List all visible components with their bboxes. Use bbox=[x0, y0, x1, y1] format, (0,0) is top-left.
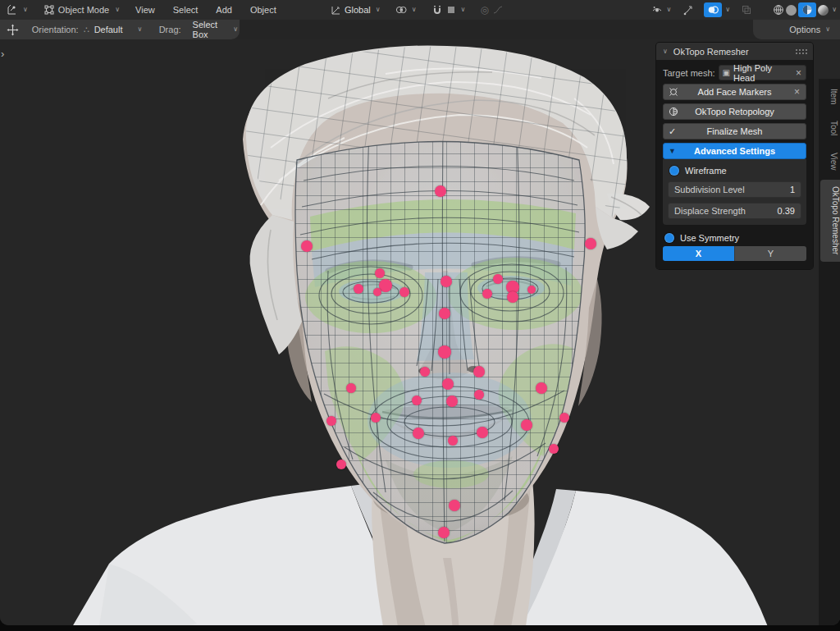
displace-strength-label: Displace Strength bbox=[674, 206, 746, 216]
check-icon: ✓ bbox=[669, 126, 676, 137]
shading-chevron-icon[interactable]: ∨ bbox=[830, 7, 838, 13]
finalize-mesh-button[interactable]: ✓ Finalize Mesh bbox=[663, 123, 806, 139]
menu-add[interactable]: Add bbox=[208, 5, 240, 15]
orientation-setting-dropdown[interactable]: Default bbox=[94, 25, 123, 34]
orientation-chevron-icon[interactable]: ∨ bbox=[374, 7, 382, 13]
tab-view[interactable]: View bbox=[820, 146, 838, 177]
expand-triangle-icon: ▼ bbox=[669, 147, 676, 155]
target-mesh-clear-icon[interactable]: × bbox=[795, 68, 802, 78]
panel-grip-icon[interactable] bbox=[795, 48, 808, 55]
face-markers-icon bbox=[669, 87, 678, 97]
oktopo-retopology-label: OkTopo Retopology bbox=[695, 107, 774, 117]
falloff-curve-icon[interactable] bbox=[492, 4, 504, 16]
move-tool-icon[interactable] bbox=[7, 24, 18, 35]
use-symmetry-row[interactable]: Use Symmetry bbox=[664, 233, 806, 243]
tab-item[interactable]: Item bbox=[820, 82, 838, 111]
shading-rendered-icon[interactable] bbox=[818, 5, 829, 16]
target-mesh-field[interactable]: ▣ High Poly Head × bbox=[719, 65, 806, 80]
advanced-settings-button[interactable]: ▼ Advanced Settings bbox=[663, 143, 806, 159]
object-mode-icon bbox=[44, 5, 54, 15]
show-gizmo-icon[interactable] bbox=[682, 4, 694, 16]
subdivision-level-field[interactable]: Subdivision Level 1 bbox=[668, 181, 801, 198]
drag-dropdown[interactable]: Select Box bbox=[193, 20, 227, 39]
snap-magnet-icon[interactable] bbox=[431, 4, 443, 16]
wireframe-checkbox-row[interactable]: Wireframe bbox=[669, 166, 801, 176]
subdivision-level-value: 1 bbox=[790, 185, 795, 194]
panel-header[interactable]: ∨ OkTopo Remesher bbox=[656, 43, 813, 60]
mesh-data-icon: ▣ bbox=[723, 68, 730, 77]
retopology-icon bbox=[669, 107, 678, 117]
symmetry-axis-buttons: X Y bbox=[663, 246, 806, 261]
xray-toggle-icon[interactable] bbox=[742, 5, 751, 15]
oktopo-remesher-panel: ∨ OkTopo Remesher Target mesh: ▣ High Po… bbox=[656, 43, 813, 269]
target-mesh-label: Target mesh: bbox=[663, 68, 715, 78]
tab-oktopo-remesher[interactable]: OkTopo Remesher bbox=[820, 180, 840, 261]
viewport-3d[interactable]: › bbox=[0, 39, 840, 625]
tool-settings-left: Orientation: ∴ Default ∨ Drag: Select Bo… bbox=[0, 20, 240, 39]
orientation-setting-chevron-icon[interactable]: ∨ bbox=[135, 26, 144, 33]
drag-chevron-icon[interactable]: ∨ bbox=[231, 26, 240, 33]
orientation-setting-label: Orientation: bbox=[32, 25, 79, 34]
orientation-global-dropdown[interactable]: Global bbox=[345, 5, 371, 15]
add-face-markers-clear-icon[interactable]: × bbox=[793, 87, 801, 97]
transform-orientation-icon bbox=[330, 4, 341, 16]
options-label: Options bbox=[789, 25, 820, 34]
blender-window: ∨ Object Mode ∨ View Select Add Object G… bbox=[0, 0, 840, 631]
subdivision-level-label: Subdivision Level bbox=[674, 185, 745, 194]
oktopo-retopology-button[interactable]: OkTopo Retopology bbox=[663, 103, 806, 120]
toolbar-expand-arrow-icon[interactable]: › bbox=[1, 48, 4, 60]
orientation-dots-icon: ∴ bbox=[84, 25, 89, 35]
proportional-editing-icon[interactable]: ◎ bbox=[480, 4, 488, 16]
mode-chevron-icon: ∨ bbox=[113, 7, 121, 13]
add-face-markers-button[interactable]: Add Face Markers × bbox=[663, 84, 806, 100]
use-symmetry-label: Use Symmetry bbox=[680, 233, 739, 243]
menu-object[interactable]: Object bbox=[243, 5, 284, 15]
shading-solid-icon[interactable] bbox=[786, 5, 797, 16]
displace-strength-value: 0.39 bbox=[778, 206, 795, 216]
show-overlays-toggle[interactable] bbox=[704, 2, 722, 17]
finalize-mesh-label: Finalize Mesh bbox=[707, 126, 763, 136]
mode-label: Object Mode bbox=[58, 5, 109, 15]
shading-material-preview-toggle[interactable] bbox=[798, 2, 816, 17]
options-chevron-icon: ∨ bbox=[824, 26, 832, 33]
sidebar-tabs-strip: Item Tool View OkTopo Remesher bbox=[819, 79, 840, 625]
wireframe-label: Wireframe bbox=[685, 166, 727, 176]
overlays-chevron-icon[interactable]: ∨ bbox=[724, 7, 732, 13]
advanced-settings-subpanel: Wireframe Subdivision Level 1 Displace S… bbox=[663, 159, 806, 225]
snap-target-icon[interactable] bbox=[446, 5, 456, 15]
axis-x-button[interactable]: X bbox=[663, 246, 734, 261]
use-symmetry-checkbox[interactable] bbox=[664, 233, 674, 243]
target-mesh-row: Target mesh: ▣ High Poly Head × bbox=[663, 65, 806, 80]
wireframe-checkbox[interactable] bbox=[669, 166, 679, 176]
axis-y-button[interactable]: Y bbox=[734, 246, 806, 261]
editor-type-icon[interactable] bbox=[7, 4, 18, 16]
pivot-chevron-icon[interactable]: ∨ bbox=[410, 7, 418, 13]
menu-select[interactable]: Select bbox=[166, 5, 206, 15]
target-mesh-value: High Poly Head bbox=[733, 63, 792, 83]
displace-strength-field[interactable]: Displace Strength 0.39 bbox=[668, 203, 801, 219]
mode-dropdown[interactable]: Object Mode ∨ bbox=[41, 3, 125, 16]
panel-collapse-chevron-icon[interactable]: ∨ bbox=[661, 48, 669, 55]
viewport-header: ∨ Object Mode ∨ View Select Add Object G… bbox=[0, 0, 840, 20]
tool-settings-bar: Orientation: ∴ Default ∨ Drag: Select Bo… bbox=[0, 20, 840, 39]
visibility-icon[interactable] bbox=[651, 4, 663, 16]
editor-type-chevron-icon[interactable]: ∨ bbox=[21, 7, 30, 13]
drag-label: Drag: bbox=[159, 25, 181, 34]
pivot-point-icon[interactable] bbox=[395, 4, 407, 16]
snap-chevron-icon[interactable]: ∨ bbox=[459, 7, 468, 13]
add-face-markers-label: Add Face Markers bbox=[698, 87, 772, 97]
menu-view[interactable]: View bbox=[128, 5, 162, 15]
panel-title: OkTopo Remesher bbox=[673, 47, 791, 57]
advanced-settings-label: Advanced Settings bbox=[694, 146, 775, 156]
tab-tool[interactable]: Tool bbox=[820, 114, 838, 142]
shading-wireframe-icon[interactable] bbox=[773, 4, 784, 16]
options-dropdown[interactable]: Options ∨ bbox=[753, 20, 840, 39]
visibility-chevron-icon[interactable]: ∨ bbox=[664, 7, 673, 13]
